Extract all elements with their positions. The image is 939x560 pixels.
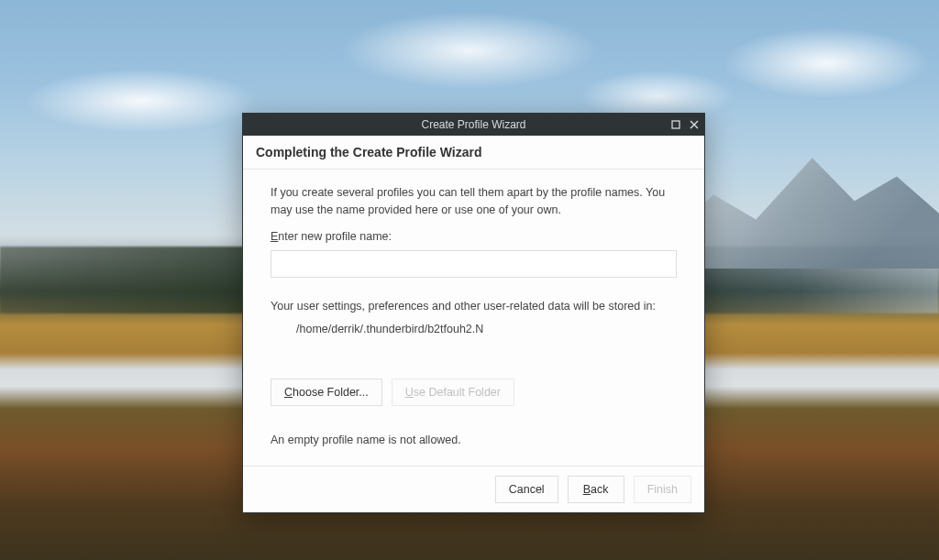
page-title: Completing the Create Profile Wizard [243,136,704,170]
wizard-content: If you create several profiles you can t… [243,170,704,466]
svg-rect-0 [672,121,679,128]
wizard-footer: Cancel Back Finish [243,466,704,512]
close-icon[interactable] [688,118,701,131]
error-message: An empty profile name is not allowed. [271,432,677,449]
back-button[interactable]: Back [568,476,624,503]
window-titlebar[interactable]: Create Profile Wizard [243,114,704,136]
choose-folder-button[interactable]: Choose Folder... [271,379,382,406]
storage-intro: Your user settings, preferences and othe… [271,298,677,315]
storage-path: /home/derrik/.thunderbird/b2tfouh2.N [271,321,677,338]
cancel-button[interactable]: Cancel [495,476,558,503]
finish-button: Finish [634,476,691,503]
create-profile-wizard-window: Create Profile Wizard Completing the Cre… [242,113,705,513]
profile-name-label: Enter new profile name: [271,228,677,246]
profile-name-input[interactable] [271,250,677,278]
window-title: Create Profile Wizard [421,118,525,131]
use-default-folder-button: Use Default Folder [392,379,514,406]
intro-text: If you create several profiles you can t… [271,184,677,219]
maximize-icon[interactable] [669,118,682,131]
